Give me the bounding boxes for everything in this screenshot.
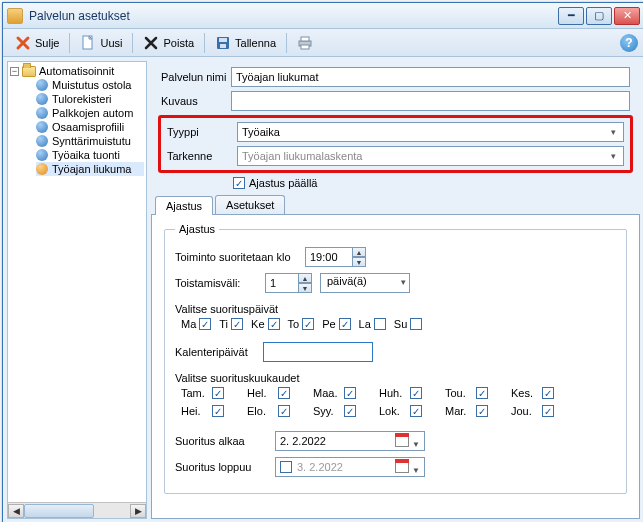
close-button[interactable]: Sulje	[9, 33, 65, 53]
checkbox-icon[interactable]: ✓	[410, 405, 422, 417]
checkbox-icon[interactable]: ✓	[212, 405, 224, 417]
close-icon	[15, 35, 31, 51]
label-type: Tyyppi	[167, 126, 237, 138]
checkbox-icon[interactable]: ✓	[278, 405, 290, 417]
save-button[interactable]: Tallenna	[209, 33, 282, 53]
tree-item[interactable]: Työajan liukuma	[36, 162, 144, 176]
day-checkbox[interactable]: To ✓	[288, 318, 315, 330]
month-checkbox[interactable]: Huh. ✓	[379, 387, 437, 399]
collapse-icon[interactable]: −	[10, 67, 19, 76]
delete-button[interactable]: Poista	[137, 33, 200, 53]
checkbox-icon[interactable]: ✓	[410, 387, 422, 399]
month-checkbox[interactable]: Jou. ✓	[511, 405, 569, 417]
day-checkbox[interactable]: Ke ✓	[251, 318, 279, 330]
checkbox-icon[interactable]: ✓	[212, 387, 224, 399]
checkbox-icon[interactable]: ✓	[199, 318, 211, 330]
month-checkbox[interactable]: Mar. ✓	[445, 405, 503, 417]
spin-up-icon[interactable]: ▲	[298, 273, 312, 283]
time-picker[interactable]: ▲▼	[305, 247, 366, 267]
row-start: Suoritus alkaa 2. 2.2022 ▼	[175, 431, 616, 451]
month-checkbox[interactable]: Hel. ✓	[247, 387, 305, 399]
checkbox-icon[interactable]: ✓	[278, 387, 290, 399]
checkbox-icon[interactable]: ✓	[231, 318, 243, 330]
scroll-thumb[interactable]	[24, 504, 94, 518]
tree-item[interactable]: Työaika tuonti	[36, 148, 144, 162]
help-button[interactable]: ?	[620, 34, 638, 52]
label-name: Palvelun nimi	[161, 71, 231, 83]
tree-item[interactable]: Synttärimuistutu	[36, 134, 144, 148]
month-checkbox[interactable]: Hei. ✓	[181, 405, 239, 417]
sidebar-h-scrollbar[interactable]: ◀ ▶	[8, 502, 146, 518]
checkbox-icon[interactable]: ✓	[542, 405, 554, 417]
select-type[interactable]: Työaika ▾	[237, 122, 624, 142]
tree-item[interactable]: Palkkojen autom	[36, 106, 144, 120]
spin-buttons[interactable]: ▲▼	[298, 273, 312, 293]
month-checkbox[interactable]: Maa. ✓	[313, 387, 371, 399]
checkbox-icon[interactable]	[374, 318, 386, 330]
checkbox-icon[interactable]: ✓	[476, 405, 488, 417]
label-end: Suoritus loppuu	[175, 461, 275, 473]
scroll-left-icon[interactable]: ◀	[8, 504, 24, 518]
tree-root[interactable]: − Automatisoinnit	[10, 64, 144, 78]
close-window-button[interactable]: ✕	[614, 7, 640, 25]
node-icon	[36, 163, 48, 175]
input-repeat-value[interactable]	[265, 273, 299, 293]
select-repeat-unit[interactable]: päivä(ä) ▾	[320, 273, 410, 293]
tree-item-label: Osaamisprofiili	[52, 121, 124, 133]
minimize-button[interactable]: ━	[558, 7, 584, 25]
select-detail[interactable]: Työajan liukumalaskenta ▾	[237, 146, 624, 166]
print-icon	[297, 35, 313, 51]
month-checkbox[interactable]: Tou. ✓	[445, 387, 503, 399]
tab-schedule[interactable]: Ajastus	[155, 196, 213, 215]
chevron-down-icon: ▾	[401, 277, 406, 287]
date-end[interactable]: 3. 2.2022 ▼	[275, 457, 425, 477]
checkbox-schedule-on[interactable]: ✓	[233, 177, 245, 189]
checkbox-end-enabled[interactable]	[280, 461, 292, 473]
checkbox-icon[interactable]: ✓	[344, 387, 356, 399]
input-description[interactable]	[231, 91, 630, 111]
spin-up-icon[interactable]: ▲	[352, 247, 366, 257]
month-checkbox[interactable]: Elo. ✓	[247, 405, 305, 417]
tab-settings-label: Asetukset	[226, 199, 274, 211]
checkbox-icon[interactable]: ✓	[268, 318, 280, 330]
checkbox-icon[interactable]: ✓	[302, 318, 314, 330]
day-checkbox[interactable]: La	[359, 318, 386, 330]
print-button[interactable]	[291, 33, 319, 53]
chevron-down-icon: ▼	[412, 466, 420, 475]
month-checkbox[interactable]: Tam. ✓	[181, 387, 239, 399]
maximize-button[interactable]: ▢	[586, 7, 612, 25]
checkbox-icon[interactable]: ✓	[476, 387, 488, 399]
spin-buttons[interactable]: ▲▼	[352, 247, 366, 267]
tab-settings[interactable]: Asetukset	[215, 195, 285, 214]
checkbox-icon[interactable]	[410, 318, 422, 330]
day-checkbox[interactable]: Pe ✓	[322, 318, 350, 330]
month-checkbox[interactable]: Syy. ✓	[313, 405, 371, 417]
tree-item[interactable]: Muistutus ostola	[36, 78, 144, 92]
scroll-right-icon[interactable]: ▶	[130, 504, 146, 518]
checkbox-icon[interactable]: ✓	[344, 405, 356, 417]
month-checkbox[interactable]: Lok. ✓	[379, 405, 437, 417]
day-checkbox[interactable]: Su	[394, 318, 422, 330]
svg-rect-2	[219, 38, 227, 42]
checkbox-icon[interactable]: ✓	[339, 318, 351, 330]
month-label: Hel.	[247, 387, 275, 399]
tree-item[interactable]: Tulorekisteri	[36, 92, 144, 106]
day-checkbox[interactable]: Ma ✓	[181, 318, 211, 330]
date-start[interactable]: 2. 2.2022 ▼	[275, 431, 425, 451]
input-exec-time[interactable]	[305, 247, 353, 267]
tree-item[interactable]: Osaamisprofiili	[36, 120, 144, 134]
row-description: Kuvaus	[161, 91, 630, 111]
repeat-spinner[interactable]: ▲▼	[265, 273, 312, 293]
new-button[interactable]: Uusi	[74, 33, 128, 53]
chevron-down-icon: ▾	[608, 151, 619, 161]
scroll-track[interactable]	[24, 504, 130, 518]
calendar-icon	[395, 459, 409, 473]
tab-panel-schedule: Ajastus Toiminto suoritetaan klo ▲▼ Tois…	[151, 214, 640, 519]
day-checkbox[interactable]: Ti ✓	[219, 318, 243, 330]
checkbox-icon[interactable]: ✓	[542, 387, 554, 399]
input-calendar-days[interactable]	[263, 342, 373, 362]
month-checkbox[interactable]: Kes. ✓	[511, 387, 569, 399]
input-service-name[interactable]	[231, 67, 630, 87]
spin-down-icon[interactable]: ▼	[352, 257, 366, 267]
spin-down-icon[interactable]: ▼	[298, 283, 312, 293]
